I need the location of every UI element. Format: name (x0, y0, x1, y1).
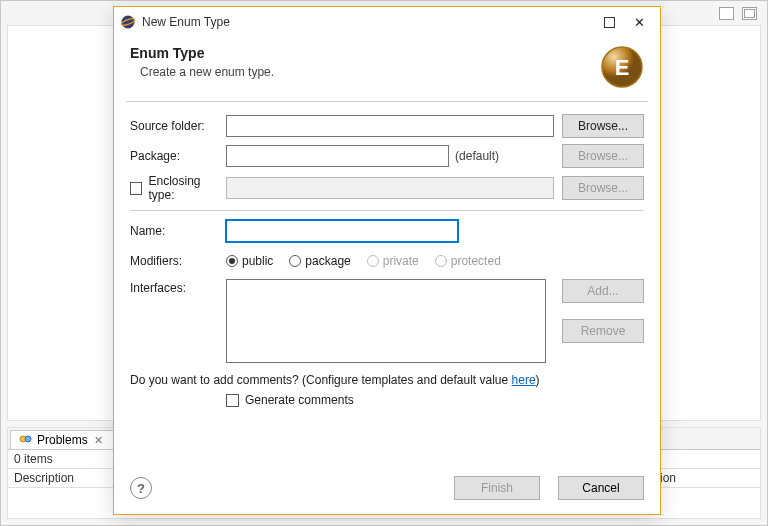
modifiers-label: Modifiers: (130, 254, 226, 268)
footer: ? Finish Cancel (114, 466, 660, 514)
enclosing-type-checkbox[interactable] (130, 182, 142, 195)
minimize-icon[interactable] (719, 7, 734, 20)
heading: Enum Type (130, 45, 600, 61)
window-maximize-icon[interactable] (594, 11, 624, 33)
title-bar[interactable]: New Enum Type ✕ (114, 7, 660, 37)
browse-enclosing-button: Browse... (562, 176, 644, 200)
problems-icon (19, 433, 33, 447)
modifier-protected-radio: protected (435, 254, 501, 268)
package-default-label: (default) (455, 149, 499, 163)
eclipse-icon (120, 14, 136, 30)
configure-link[interactable]: here (512, 373, 536, 387)
new-enum-dialog: New Enum Type ✕ Enum Type Create a new e… (113, 6, 661, 515)
modifier-public-radio[interactable]: public (226, 254, 273, 268)
svg-text:E: E (615, 55, 630, 80)
enum-icon: E (600, 45, 644, 89)
comments-section: Do you want to add comments? (Configure … (130, 373, 644, 407)
package-input[interactable] (226, 145, 449, 167)
tab-problems[interactable]: Problems ✕ (10, 430, 114, 449)
modifier-private-radio: private (367, 254, 419, 268)
workbench-controls (719, 7, 757, 20)
interfaces-listbox[interactable] (226, 279, 546, 363)
maximize-icon[interactable] (742, 7, 757, 20)
comments-prompt-suffix: ) (536, 373, 540, 387)
browse-source-button[interactable]: Browse... (562, 114, 644, 138)
window-title: New Enum Type (142, 15, 594, 29)
name-label: Name: (130, 224, 226, 238)
source-folder-label: Source folder: (130, 119, 226, 133)
source-folder-input[interactable] (226, 115, 554, 137)
browse-package-button: Browse... (562, 144, 644, 168)
form: Source folder: Browse... Package: (defau… (114, 102, 660, 415)
svg-point-1 (25, 436, 31, 442)
enclosing-type-label: Enclosing type: (148, 174, 226, 202)
modifier-package-radio[interactable]: package (289, 254, 350, 268)
comments-prompt-prefix: Do you want to add comments? (Configure … (130, 373, 512, 387)
interfaces-label: Interfaces: (130, 279, 226, 295)
finish-button: Finish (454, 476, 540, 500)
generate-comments-label: Generate comments (245, 393, 354, 407)
enclosing-type-input (226, 177, 554, 199)
help-button[interactable]: ? (130, 477, 152, 499)
subheading: Create a new enum type. (140, 65, 600, 79)
window-close-icon[interactable]: ✕ (624, 11, 654, 33)
close-icon[interactable]: ✕ (92, 434, 105, 447)
tab-problems-label: Problems (37, 433, 88, 447)
cancel-button[interactable]: Cancel (558, 476, 644, 500)
separator (130, 210, 644, 211)
remove-interface-button: Remove (562, 319, 644, 343)
banner: Enum Type Create a new enum type. E (114, 37, 660, 101)
add-interface-button: Add... (562, 279, 644, 303)
name-input[interactable] (226, 220, 458, 242)
generate-comments-checkbox[interactable] (226, 394, 239, 407)
package-label: Package: (130, 149, 226, 163)
